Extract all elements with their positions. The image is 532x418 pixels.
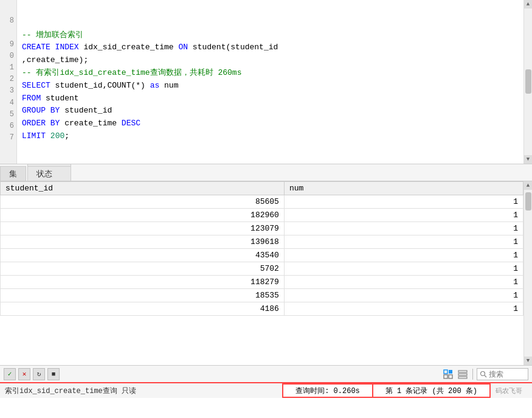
- table-cell: 18535: [1, 289, 285, 302]
- svg-rect-0: [444, 370, 447, 374]
- table-cell: 118279: [1, 276, 285, 289]
- status-watermark: 码农飞哥: [491, 386, 527, 395]
- scrollbar-thumb[interactable]: [525, 69, 531, 94]
- table-cell: 4186: [1, 302, 285, 316]
- search-input[interactable]: [489, 370, 525, 378]
- table-cell: 1: [284, 262, 523, 276]
- status-record-info: 第 1 条记录 (共 200 条): [373, 383, 491, 398]
- search-box[interactable]: [477, 368, 528, 380]
- svg-rect-4: [458, 371, 467, 372]
- svg-rect-3: [449, 375, 452, 378]
- table-cell: 1: [284, 302, 523, 316]
- scroll-up-arrow[interactable]: ▲: [524, 0, 533, 9]
- results-table: student_idnum 85605118296011230791139618…: [0, 181, 523, 316]
- results-table-scroll[interactable]: student_idnum 85605118296011230791139618…: [0, 181, 523, 365]
- svg-rect-2: [444, 375, 447, 378]
- watermark-text: 码农飞哥: [496, 386, 522, 395]
- scroll-down-arrow[interactable]: ▼: [524, 155, 533, 164]
- status-left-text: 索引idx_sid_create_time查询 只读: [5, 386, 282, 396]
- results-scroll-down[interactable]: ▼: [524, 357, 533, 365]
- table-cell: 1: [284, 235, 523, 249]
- table-row[interactable]: 41861: [1, 302, 523, 316]
- list-view-icon[interactable]: [457, 368, 469, 380]
- results-area: student_idnum 85605118296011230791139618…: [0, 181, 532, 382]
- svg-rect-1: [449, 370, 452, 374]
- tabs-bar: 集 结果 1剖析状态: [0, 164, 532, 181]
- svg-point-7: [481, 371, 485, 375]
- stop-button[interactable]: ■: [47, 368, 60, 380]
- bottom-toolbar: ✓ ✕ ↻ ■: [0, 365, 532, 382]
- table-cell: 1: [284, 289, 523, 302]
- table-row[interactable]: 185351: [1, 289, 523, 302]
- code-editor: 8 901234567 -- 增加联合索引CREATE INDEX idx_si…: [0, 0, 532, 164]
- table-row[interactable]: 1182791: [1, 276, 523, 289]
- table-cell: 1: [284, 222, 523, 235]
- svg-rect-6: [458, 377, 467, 378]
- editor-scrollbar[interactable]: ▲ ▼: [523, 0, 532, 164]
- results-scrollbar-thumb[interactable]: [525, 192, 531, 211]
- results-scrollbar[interactable]: ▲ ▼: [523, 181, 532, 365]
- cross-button[interactable]: ✕: [18, 368, 30, 380]
- table-row[interactable]: 435401: [1, 249, 523, 262]
- table-cell: 85605: [1, 195, 285, 209]
- table-cell: 5702: [1, 262, 285, 276]
- table-cell: 1: [284, 276, 523, 289]
- results-scroll-up[interactable]: ▲: [524, 181, 533, 190]
- col-header-num: num: [284, 182, 523, 195]
- status-bar: 索引idx_sid_create_time查询 只读 查询时间: 0.260s …: [0, 382, 532, 398]
- toolbar-separator: [472, 369, 473, 380]
- table-cell: 1: [284, 249, 523, 262]
- svg-rect-5: [458, 374, 467, 375]
- table-row[interactable]: 1829601: [1, 209, 523, 222]
- search-icon: [480, 371, 487, 378]
- table-cell: 43540: [1, 249, 285, 262]
- tab-2[interactable]: 状态: [27, 166, 71, 181]
- line-numbers: 8 901234567: [0, 0, 17, 164]
- tab-prefix-label: 集: [9, 169, 17, 179]
- refresh-button[interactable]: ↻: [33, 368, 45, 380]
- col-header-student_id: student_id: [1, 182, 285, 195]
- table-row[interactable]: 57021: [1, 262, 523, 276]
- code-content[interactable]: -- 增加联合索引CREATE INDEX idx_sid_create_tim…: [17, 0, 523, 164]
- table-cell: 1: [284, 209, 523, 222]
- table-row[interactable]: 856051: [1, 195, 523, 209]
- svg-line-8: [485, 375, 486, 377]
- status-query-time: 查询时间: 0.260s: [282, 383, 373, 398]
- grid-view-icon[interactable]: [442, 368, 454, 380]
- table-cell: 139618: [1, 235, 285, 249]
- check-button[interactable]: ✓: [4, 368, 16, 380]
- table-row[interactable]: 1230791: [1, 222, 523, 235]
- results-table-wrapper: student_idnum 85605118296011230791139618…: [0, 181, 532, 365]
- table-row[interactable]: 1396181: [1, 235, 523, 249]
- table-cell: 123079: [1, 222, 285, 235]
- table-cell: 1: [284, 195, 523, 209]
- tab-prefix[interactable]: 集: [0, 166, 26, 181]
- table-cell: 182960: [1, 209, 285, 222]
